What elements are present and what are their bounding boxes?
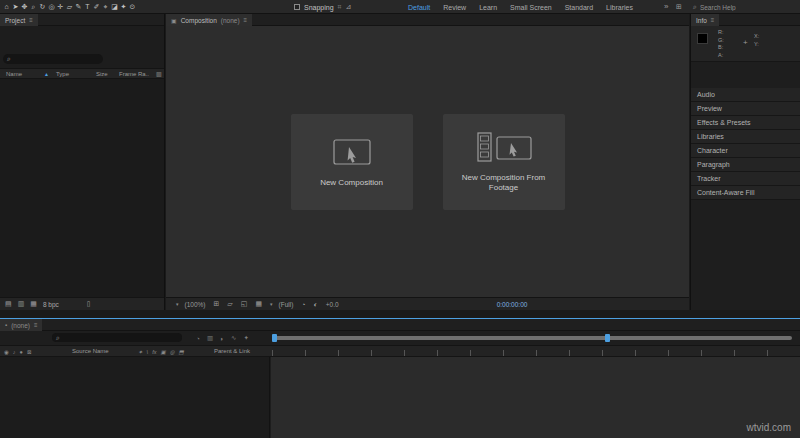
workspace-tab-review[interactable]: Review <box>443 4 466 11</box>
solo-icon[interactable]: ● <box>20 349 23 355</box>
new-composition-card[interactable]: New Composition <box>291 114 413 210</box>
track-area[interactable] <box>271 357 800 438</box>
timeline-zoom-scrubber[interactable] <box>272 336 792 340</box>
pen-tool-icon[interactable]: ✎ <box>74 0 83 14</box>
project-column-headers: Name ▲ Type Size Frame Ra.. ▥ <box>0 68 164 79</box>
effects-icon[interactable]: fx <box>152 349 156 355</box>
panel-menu-icon[interactable]: ≡ <box>29 17 33 23</box>
panel-menu-icon[interactable]: ≡ <box>244 17 248 23</box>
workspace-tab-standard[interactable]: Standard <box>565 4 593 11</box>
panel-header-preview[interactable]: Preview <box>691 102 800 116</box>
zoom-tool-icon[interactable]: ⌕ <box>29 0 38 14</box>
tab-timeline-none[interactable]: ▪ (none) ≡ <box>0 319 42 331</box>
grid-and-guides-icon[interactable]: ⊞ <box>213 300 219 308</box>
snapping-checkbox[interactable] <box>294 4 300 10</box>
hand-tool-icon[interactable]: ✥ <box>20 0 29 14</box>
frame-blending-icon[interactable]: ▥ <box>207 334 213 342</box>
resolution-dropdown[interactable]: ▾ (Full) <box>270 301 293 308</box>
av-feature-icons: ◉ ♪ ● ⊠ <box>4 346 32 357</box>
help-search[interactable]: ⌕ <box>690 2 794 12</box>
tab-info[interactable]: Info ≡ <box>691 14 719 26</box>
new-folder-icon[interactable]: ▥ <box>18 300 25 308</box>
motion-blur-icon[interactable]: ◗ <box>220 335 224 342</box>
scrubber-start-handle[interactable] <box>272 334 277 342</box>
chevron-down-icon: ▾ <box>176 301 179 307</box>
active-camera-icon[interactable]: ◔ <box>301 301 305 308</box>
trash-icon[interactable]: ▯ <box>87 300 91 308</box>
y-label: Y: <box>754 40 759 48</box>
workspace-tab-default[interactable]: Default <box>408 4 430 11</box>
motion-blur-switch-icon[interactable]: ◎ <box>170 349 175 355</box>
workspace-tab-small-screen[interactable]: Small Screen <box>510 4 552 11</box>
project-search-input[interactable] <box>14 56 92 62</box>
project-item-list[interactable] <box>0 79 164 297</box>
panel-header-character[interactable]: Character <box>691 144 800 158</box>
type-tool-icon[interactable]: T <box>83 0 92 14</box>
panel-header-effects-presets[interactable]: Effects & Presets <box>691 116 800 130</box>
layer-list-area[interactable] <box>0 357 270 438</box>
panel-header-tracker[interactable]: Tracker <box>691 172 800 186</box>
workspace-tab-libraries[interactable]: Libraries <box>606 4 633 11</box>
help-search-input[interactable] <box>700 4 780 11</box>
timeline-ruler[interactable] <box>272 346 800 356</box>
exposure-value[interactable]: +0.0 <box>326 301 339 308</box>
panel-header-paragraph[interactable]: Paragraph <box>691 158 800 172</box>
new-composition-icon <box>325 135 379 171</box>
region-of-interest-icon[interactable]: ◱ <box>241 300 248 308</box>
brush-tool-icon[interactable]: ✐ <box>92 0 101 14</box>
tab-project[interactable]: Project ≡ <box>0 14 38 26</box>
scrubber-end-handle[interactable] <box>605 334 610 342</box>
composition-statusbar: ▾ (100%) ⊞ ▱ ◱ ▦ ▾ (Full) ◔ ◐ +0.0 0:00:… <box>166 297 689 310</box>
panel-header-content-aware-fill[interactable]: Content-Aware Fill <box>691 186 800 200</box>
shy-layer-icon[interactable]: ✦ <box>138 349 143 355</box>
snapping-range-icon[interactable]: ⊿ <box>346 3 352 11</box>
rotation-tool-icon[interactable]: ↻ <box>38 0 47 14</box>
project-search[interactable]: ⌕ <box>3 54 103 64</box>
timeline-search-input[interactable] <box>63 335 163 341</box>
channel-r-label: R: <box>718 29 724 37</box>
timeline-search[interactable]: ⌕ <box>52 333 182 342</box>
magnification-dropdown[interactable]: ▾ (100%) <box>176 301 205 308</box>
pan-behind-tool-icon[interactable]: ✛ <box>56 0 65 14</box>
frame-blend-icon[interactable]: ▣ <box>160 349 165 355</box>
interpret-footage-icon[interactable]: ▤ <box>5 300 12 308</box>
column-header-parent-link[interactable]: Parent & Link <box>214 346 250 357</box>
exposure-icon[interactable]: ◐ <box>314 301 318 308</box>
new-composition-from-footage-card[interactable]: New Composition From Footage <box>443 114 565 210</box>
collapse-transformations-icon[interactable]: \ <box>147 349 149 355</box>
panel-menu-icon[interactable]: ≡ <box>34 322 38 328</box>
clone-stamp-tool-icon[interactable]: ⌖ <box>101 0 110 14</box>
layer-switch-icons: ✦ \ fx ▣ ◎ ⬒ <box>138 346 184 357</box>
panel-grid-icon[interactable]: ⊞ <box>676 0 682 14</box>
snapping-label: Snapping <box>304 4 334 11</box>
orbit-camera-tool-icon[interactable]: ◎ <box>47 0 56 14</box>
mask-visibility-icon[interactable]: ▱ <box>227 300 232 308</box>
workspace-tab-learn[interactable]: Learn <box>479 4 497 11</box>
draft-3d-icon[interactable]: ✦ <box>243 334 248 342</box>
panel-header-audio[interactable]: Audio <box>691 88 800 102</box>
lock-icon[interactable]: ⊠ <box>27 349 32 355</box>
timeline-tab-label: (none) <box>11 322 30 329</box>
transparency-grid-icon[interactable]: ▦ <box>255 300 262 308</box>
snapping-feature-icon[interactable]: ⌗ <box>338 3 342 11</box>
home-icon[interactable]: ⌂ <box>2 0 11 14</box>
workspace-overflow-icon[interactable]: » <box>664 0 668 14</box>
video-eye-icon[interactable]: ◉ <box>4 349 9 355</box>
roto-brush-tool-icon[interactable]: ✦ <box>119 0 128 14</box>
timeline-column-headers: ◉ ♪ ● ⊠ Source Name ✦ \ fx ▣ ◎ ⬒ Parent … <box>0 345 800 357</box>
audio-icon[interactable]: ♪ <box>13 349 16 355</box>
tab-composition[interactable]: ▣ Composition (none) ≡ <box>166 14 252 26</box>
graph-editor-icon[interactable]: ∿ <box>231 334 236 342</box>
puppet-pin-tool-icon[interactable]: ⊙ <box>128 0 137 14</box>
color-depth-button[interactable]: 8 bpc <box>43 301 59 308</box>
selection-tool-icon[interactable]: ➤ <box>11 0 20 14</box>
panel-menu-icon[interactable]: ≡ <box>711 17 715 23</box>
new-composition-icon[interactable]: ▦ <box>30 300 37 308</box>
preview-timecode[interactable]: 0:00:00:00 <box>497 301 528 308</box>
eraser-tool-icon[interactable]: ◪ <box>110 0 119 14</box>
mask-shape-tool-icon[interactable]: ▱ <box>65 0 74 14</box>
quality-toggle-icon[interactable]: ◔ <box>196 335 200 342</box>
3d-layer-icon[interactable]: ⬒ <box>178 349 183 355</box>
column-header-source-name[interactable]: Source Name <box>72 346 109 357</box>
panel-header-libraries[interactable]: Libraries <box>691 130 800 144</box>
